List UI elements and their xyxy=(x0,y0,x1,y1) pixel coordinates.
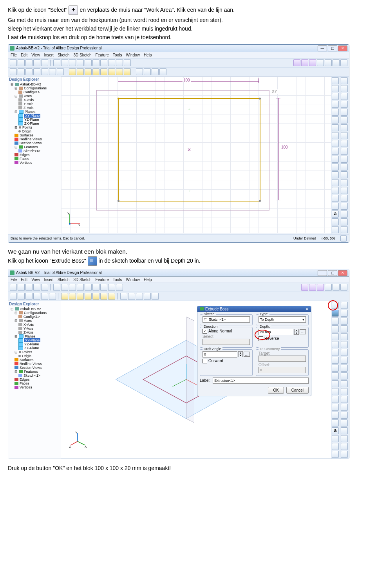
tool-icon[interactable] xyxy=(341,325,348,332)
tool-icon[interactable] xyxy=(332,443,339,450)
tool-icon[interactable] xyxy=(341,101,348,108)
tool-icon[interactable] xyxy=(49,68,56,75)
tool-icon[interactable] xyxy=(41,293,48,300)
menu-sketch[interactable]: Sketch xyxy=(58,278,70,282)
tree-item[interactable]: ⊟Configurations xyxy=(9,311,60,315)
tool-icon[interactable] xyxy=(341,163,348,171)
tool-icon[interactable] xyxy=(332,109,339,116)
menu-help[interactable]: Help xyxy=(144,53,152,57)
tool-icon[interactable] xyxy=(341,380,348,387)
tool-icon[interactable] xyxy=(144,293,151,300)
tool-icon[interactable] xyxy=(116,284,123,291)
menu-edit[interactable]: Edit xyxy=(21,278,27,282)
menu-tools[interactable]: Tools xyxy=(113,278,122,282)
type-select[interactable]: To Depth▾ xyxy=(258,316,306,323)
tool-icon[interactable] xyxy=(33,293,40,300)
tool-icon[interactable] xyxy=(341,93,348,100)
tree-item[interactable]: X-Axis xyxy=(9,323,60,327)
tool-icon[interactable] xyxy=(152,293,159,300)
tool-icon[interactable] xyxy=(41,59,48,66)
tool-icon[interactable] xyxy=(128,293,135,300)
tree-item[interactable]: Origin xyxy=(9,129,60,133)
tool-icon[interactable] xyxy=(77,293,84,300)
tool-icon[interactable] xyxy=(41,284,48,291)
tool-icon[interactable] xyxy=(25,293,33,300)
tool-icon[interactable] xyxy=(332,435,339,442)
tool-icon[interactable] xyxy=(92,68,99,75)
tool-icon[interactable] xyxy=(92,284,99,291)
extrude-boss-tool-icon[interactable] xyxy=(332,310,339,317)
tree-item[interactable]: ⊟Points xyxy=(9,125,60,129)
tool-icon[interactable] xyxy=(10,293,17,300)
tool-icon[interactable] xyxy=(341,333,348,340)
tool-icon[interactable] xyxy=(332,85,339,92)
tree-item[interactable]: Surfaces xyxy=(9,133,60,137)
tool-icon[interactable] xyxy=(309,284,316,291)
tool-icon[interactable] xyxy=(332,156,339,163)
tool-icon[interactable] xyxy=(61,293,68,300)
tool-icon[interactable] xyxy=(341,132,348,139)
tool-icon[interactable] xyxy=(41,68,48,75)
tool-icon[interactable] xyxy=(332,419,339,426)
menu-window[interactable]: Window xyxy=(126,278,140,282)
extrude-boss-dialog[interactable]: Extrude Boss ✕ Sketch ⬚Sketch<1> Type: T… xyxy=(197,306,311,396)
tree-item[interactable]: Redline Views xyxy=(9,137,60,141)
tool-icon[interactable] xyxy=(317,284,324,291)
tool-icon[interactable] xyxy=(53,284,60,291)
tool-icon[interactable] xyxy=(341,171,348,178)
tool-icon[interactable] xyxy=(49,293,56,300)
tool-icon[interactable] xyxy=(116,68,123,75)
tool-icon[interactable] xyxy=(69,293,76,300)
tool-icon[interactable] xyxy=(341,357,348,364)
tool-icon[interactable] xyxy=(18,68,25,75)
menu-window[interactable]: Window xyxy=(126,53,140,57)
tool-icon[interactable]: a xyxy=(332,211,339,218)
tree-item[interactable]: Y-Axis xyxy=(9,327,60,330)
tool-icon[interactable] xyxy=(317,59,324,66)
tool-icon[interactable] xyxy=(332,203,339,210)
tool-icon[interactable] xyxy=(332,333,339,340)
draft-spinner-up[interactable]: ▲ xyxy=(238,351,243,354)
tool-icon[interactable] xyxy=(333,284,340,291)
tool-icon[interactable] xyxy=(77,59,84,66)
status-icon[interactable] xyxy=(340,235,347,241)
tool-icon[interactable] xyxy=(116,59,123,66)
tool-icon[interactable] xyxy=(301,59,308,66)
tool-icon[interactable] xyxy=(332,325,339,332)
tree-item[interactable]: ⊟Configurations xyxy=(9,86,60,90)
dialog-close-icon[interactable]: ✕ xyxy=(306,307,309,311)
tool-icon[interactable] xyxy=(10,284,17,291)
draft-spinner-down[interactable]: ▼ xyxy=(238,354,243,357)
tool-icon[interactable] xyxy=(152,68,159,75)
tool-icon[interactable] xyxy=(341,349,348,356)
tool-icon[interactable] xyxy=(341,85,348,92)
tool-icon[interactable] xyxy=(85,68,92,75)
tool-icon[interactable] xyxy=(85,59,92,66)
tree-item[interactable]: YZ-Plane xyxy=(9,118,60,122)
tool-icon[interactable] xyxy=(332,148,339,155)
tool-icon[interactable] xyxy=(341,302,348,309)
tree-item[interactable]: ⊟Axes xyxy=(9,94,60,98)
draft-more-button[interactable]: … xyxy=(244,352,250,357)
tool-icon[interactable] xyxy=(301,284,308,291)
tool-icon[interactable] xyxy=(332,318,339,325)
tool-icon[interactable] xyxy=(100,293,107,300)
tree-item[interactable]: Redline Views xyxy=(9,362,60,366)
tree-item[interactable]: YZ-Plane xyxy=(9,342,60,346)
tree-item[interactable]: ZX-Plane xyxy=(9,346,60,350)
tool-icon[interactable] xyxy=(10,59,17,66)
maximize-button[interactable]: ▢ xyxy=(328,270,337,276)
tool-icon[interactable] xyxy=(309,59,316,66)
tree-item[interactable]: ⊟Features xyxy=(9,370,60,374)
menu-file[interactable]: File xyxy=(11,53,17,57)
tool-icon[interactable] xyxy=(341,211,348,218)
tool-icon[interactable] xyxy=(332,372,339,379)
tool-icon[interactable] xyxy=(100,284,107,291)
menu-help[interactable]: Help xyxy=(144,278,152,282)
tool-icon[interactable] xyxy=(332,451,339,458)
tool-icon[interactable] xyxy=(341,116,348,123)
depth-more-button[interactable]: … xyxy=(300,329,306,334)
draft-input[interactable]: 0 xyxy=(202,351,237,358)
tree-item[interactable]: ⊟Planes xyxy=(9,334,60,338)
tool-icon[interactable] xyxy=(341,179,348,186)
